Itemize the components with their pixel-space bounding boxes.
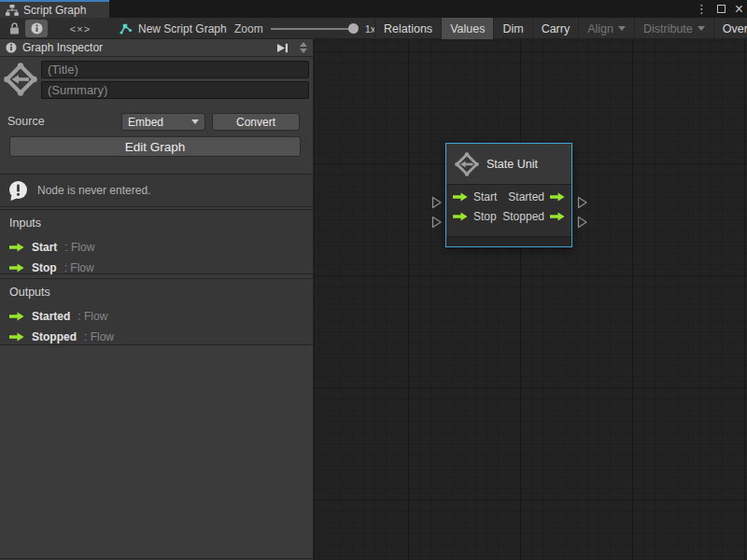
flow-arrow-icon <box>9 263 24 273</box>
title-input[interactable] <box>41 61 309 78</box>
state-unit-node[interactable]: State Unit Start Started <box>445 143 572 247</box>
input-port-start[interactable]: Start <box>453 190 497 203</box>
port-row: Stop Stopped <box>453 206 565 226</box>
code-icon: <×> <box>70 23 91 35</box>
script-graph-window: Script Graph ⋮ × <×> <box>0 0 747 560</box>
list-item: Start : Flow <box>9 237 303 258</box>
tab-label: Script Graph <box>23 4 86 17</box>
info-icon <box>31 22 43 35</box>
panel-title: Graph Inspector <box>22 41 271 54</box>
transition-port-icon[interactable] <box>431 216 443 229</box>
info-icon <box>6 42 17 53</box>
tab-bar: Script Graph ⋮ × <box>0 0 747 18</box>
zoom-control: Zoom 1x <box>234 18 375 39</box>
new-script-graph-label: New Script Graph <box>138 22 227 35</box>
list-item: Started : Flow <box>9 306 303 327</box>
flow-arrow-icon <box>453 192 468 202</box>
warning-box: Node is never entered. <box>0 174 313 207</box>
panel-spinner[interactable] <box>300 42 307 53</box>
inputs-title: Inputs <box>9 217 303 230</box>
state-unit-icon <box>4 62 37 97</box>
flow-arrow-icon <box>550 212 565 221</box>
window-controls: ⋮ × <box>696 0 743 18</box>
tab-script-graph[interactable]: Script Graph <box>0 0 109 18</box>
list-item: Stop : Flow <box>9 258 303 278</box>
output-port-stopped[interactable]: Stopped <box>502 210 565 223</box>
dim-button[interactable]: Dim <box>493 18 531 39</box>
relations-button[interactable]: Relations <box>374 18 441 39</box>
zoom-slider-knob[interactable] <box>348 23 359 34</box>
outputs-section: Outputs Started : Flow Stopped : Flow <box>0 278 313 345</box>
input-port-stop[interactable]: Stop <box>453 210 497 223</box>
transition-port-icon[interactable] <box>431 196 443 209</box>
maximize-icon[interactable] <box>717 5 726 13</box>
code-view-button[interactable]: <×> <box>62 20 99 37</box>
source-label: Source <box>7 115 45 128</box>
toolbar-buttons: Relations Values Dim Carry Align Distrib… <box>374 18 747 39</box>
close-icon[interactable]: × <box>735 0 743 18</box>
node-body-spacer <box>446 226 571 236</box>
inspector-empty-area <box>0 346 313 559</box>
convert-button[interactable]: Convert <box>212 113 300 131</box>
flow-arrow-icon <box>9 332 24 342</box>
port-row: Start Started <box>453 187 565 206</box>
values-button[interactable]: Values <box>441 18 493 39</box>
flow-arrow-icon <box>453 212 468 221</box>
graph-toolbar: <×> New Script Graph Zoom 1x Relations V… <box>0 18 747 39</box>
zoom-label: Zoom <box>234 22 263 35</box>
graph-canvas[interactable]: State Unit Start Started <box>315 39 747 560</box>
align-button[interactable]: Align <box>578 18 634 39</box>
source-dropdown-value: Embed <box>128 116 163 129</box>
warning-text: Node is never entered. <box>37 184 150 197</box>
flow-arrow-icon <box>550 192 565 202</box>
edit-graph-button[interactable]: Edit Graph <box>9 136 301 157</box>
overview-button[interactable]: Overview <box>713 18 747 39</box>
menu-icon[interactable]: ⋮ <box>696 0 708 18</box>
outputs-title: Outputs <box>9 286 303 299</box>
script-graph-icon <box>6 5 19 16</box>
distribute-button[interactable]: Distribute <box>634 18 713 39</box>
carry-button[interactable]: Carry <box>532 18 579 39</box>
chevron-down-icon <box>191 119 199 124</box>
dock-icon[interactable] <box>276 43 289 53</box>
flow-arrow-icon <box>9 312 24 321</box>
spinner-down-icon <box>300 49 307 53</box>
transition-port-icon[interactable] <box>577 216 588 229</box>
chevron-down-icon <box>618 26 626 31</box>
output-port-started[interactable]: Started <box>508 190 565 203</box>
warning-icon <box>7 180 29 202</box>
flow-arrow-icon <box>9 243 24 252</box>
inputs-section: Inputs Start : Flow Stop : Flow <box>0 209 313 274</box>
node-footer <box>446 236 571 246</box>
node-header[interactable]: State Unit <box>446 144 571 185</box>
node-ports: Start Started Stop Stopp <box>446 185 571 226</box>
lock-button[interactable] <box>4 20 24 37</box>
source-dropdown[interactable]: Embed <box>121 113 205 131</box>
summary-input[interactable] <box>41 81 309 99</box>
state-unit-icon <box>455 152 479 176</box>
transition-port-icon[interactable] <box>577 196 588 209</box>
lock-icon <box>9 22 20 35</box>
list-item: Stopped : Flow <box>9 327 303 347</box>
graph-inspector-panel: Graph Inspector Source Embed <box>0 39 314 560</box>
spinner-up-icon <box>300 42 307 47</box>
new-script-graph-button[interactable]: New Script Graph <box>119 18 227 39</box>
inspector-toggle-button[interactable] <box>25 20 48 37</box>
graph-inspector-header: Graph Inspector <box>0 39 313 57</box>
zoom-slider[interactable] <box>271 28 357 30</box>
chevron-down-icon <box>698 26 705 31</box>
new-script-graph-icon <box>119 22 133 35</box>
node-title: State Unit <box>486 158 538 171</box>
